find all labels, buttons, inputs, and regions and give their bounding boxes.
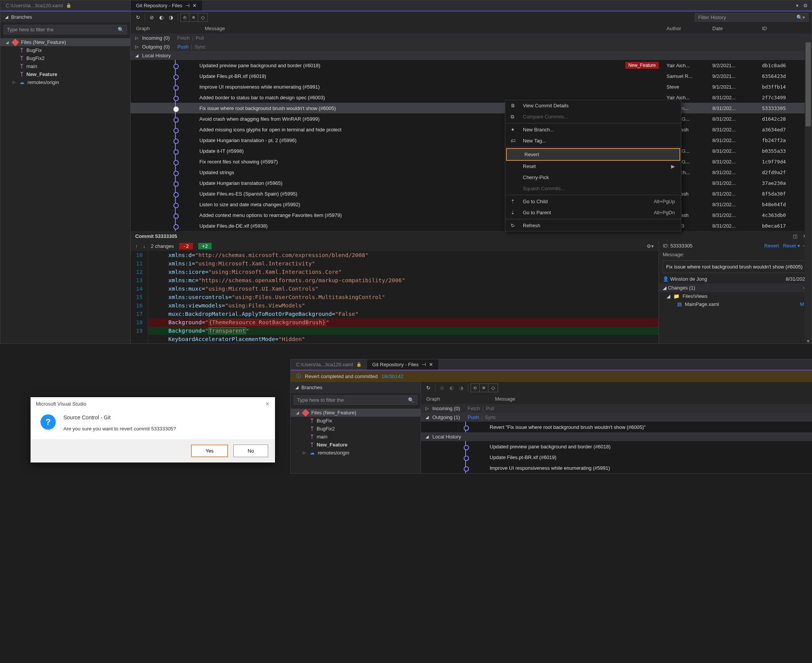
- menu-item-revert[interactable]: Revert: [506, 148, 680, 161]
- commit-row[interactable]: Updated preview pane background and bord…: [421, 441, 812, 452]
- commit-row[interactable]: Avoid crash when dragging files from Win…: [131, 113, 812, 124]
- reset-link[interactable]: Reset ▾: [783, 243, 800, 249]
- sync-link[interactable]: Sync: [485, 414, 496, 420]
- pin-icon[interactable]: ⊣: [185, 3, 189, 8]
- folder-node[interactable]: ◢ 📁 Files\Views: [659, 292, 812, 300]
- list-mode-button[interactable]: ≡: [189, 13, 198, 21]
- branch-item[interactable]: BugFix2: [0, 54, 130, 62]
- prev-change-button[interactable]: ↑: [135, 243, 138, 249]
- filter-history[interactable]: Filter History 🔍▾: [695, 13, 809, 22]
- scroll-thumb[interactable]: [806, 42, 811, 126]
- incoming-section[interactable]: ▷ Incoming (0) Fetch | Pull: [421, 404, 812, 413]
- incoming-section[interactable]: ▷ Incoming (0) Fetch | Pull: [131, 34, 812, 42]
- git-tab[interactable]: Git Repository - Files ⊣ ✕: [131, 0, 202, 11]
- commit-row[interactable]: Listen to size and date meta changes (#5…: [131, 199, 812, 210]
- commit-row[interactable]: Updated stringsYair Aich...8/31/202...d2…: [131, 167, 812, 178]
- branch-item[interactable]: main: [291, 433, 421, 441]
- merge-mode-button[interactable]: ◇: [488, 384, 498, 392]
- commit-row[interactable]: Update Hungarian translation (#5965)nvi9…: [131, 178, 812, 188]
- commit-detail-title: Commit 53333305: [135, 233, 177, 239]
- commit-row[interactable]: Update it-IT (#5998)Marco G...8/31/202..…: [131, 146, 812, 156]
- close-icon[interactable]: ✕: [192, 3, 197, 8]
- branch-item[interactable]: BugFix: [0, 46, 130, 54]
- close-icon[interactable]: ✕: [429, 362, 433, 367]
- fetch-link[interactable]: Fetch: [467, 406, 480, 411]
- branch-item[interactable]: BugFix: [291, 417, 421, 425]
- pull-link[interactable]: Pull: [196, 35, 204, 41]
- local-history-section[interactable]: ◢ Local History: [131, 51, 812, 60]
- commit-row[interactable]: Added border to status bar to match desi…: [131, 92, 812, 103]
- gear-icon[interactable]: ⚙▾: [647, 243, 654, 249]
- refresh-button[interactable]: ↻: [424, 383, 433, 392]
- commit-row[interactable]: Added missing icons glyphs for open in t…: [131, 124, 812, 135]
- branch-root[interactable]: ◢ Files (New_Feature): [291, 409, 421, 417]
- push-link[interactable]: Push: [177, 44, 189, 50]
- gear-icon[interactable]: ⚙: [803, 3, 808, 8]
- refresh-button[interactable]: ↻: [134, 13, 142, 22]
- branches-header[interactable]: ◢ Branches: [0, 11, 130, 23]
- menu-icon: 🏷: [511, 138, 516, 144]
- file-tab[interactable]: C:\Users\ta...3ca120.xaml 🔒: [0, 0, 77, 11]
- push-link[interactable]: Push: [467, 414, 479, 420]
- commit-row[interactable]: Fix issue where root background brush wo…: [131, 103, 812, 113]
- yes-button[interactable]: Yes: [191, 445, 228, 457]
- outgoing-section[interactable]: ◢ Outgoing (1) Push | Sync: [421, 413, 812, 422]
- notification-sha[interactable]: 18c5b142: [382, 374, 403, 379]
- branch-item[interactable]: New_Feature: [291, 441, 421, 449]
- menu-item-cherry-pick[interactable]: Cherry-Pick: [505, 172, 681, 183]
- outgoing-section[interactable]: ▷ Outgoing (0) Push | Sync: [131, 42, 812, 51]
- graph-mode-button[interactable]: ⎋: [181, 13, 189, 21]
- commit-row[interactable]: Revert "Fix issue where root background …: [421, 422, 812, 432]
- chevron-down-icon[interactable]: ▾: [796, 3, 799, 8]
- branch-item[interactable]: New_Feature: [0, 70, 130, 78]
- remotes-node[interactable]: ▷ ☁ remotes/origin: [0, 78, 130, 86]
- file-tab[interactable]: C:\Users\ta...3ca120.xaml 🔒: [291, 359, 367, 370]
- toolbar-btn[interactable]: ◑: [167, 13, 175, 22]
- fetch-link[interactable]: Fetch: [177, 35, 190, 41]
- merge-mode-button[interactable]: ◇: [198, 13, 207, 21]
- menu-item-view-commit-details[interactable]: 🗎View Commit Details: [505, 100, 681, 111]
- commit-row[interactable]: Updated preview pane background and bord…: [131, 60, 812, 71]
- sync-link[interactable]: Sync: [194, 44, 205, 50]
- commit-id: a3634ed7: [762, 127, 812, 133]
- branch-item[interactable]: BugFix2: [291, 425, 421, 433]
- close-icon[interactable]: ✕: [265, 401, 270, 407]
- commit-row[interactable]: Update Files.de-DE.xlf (#5938)R3voA38/31…: [131, 220, 812, 231]
- commit-row[interactable]: Update Hungarian translation - pt. 2 (#5…: [131, 135, 812, 146]
- branch-item[interactable]: main: [0, 62, 130, 70]
- file-node[interactable]: ▤ MainPage.xaml M: [659, 300, 812, 308]
- graph-mode-button[interactable]: ⎋: [471, 384, 480, 392]
- menu-item-go-to-parent[interactable]: ⇣Go to ParentAlt+PgDn: [505, 207, 681, 218]
- revert-link[interactable]: Revert: [764, 243, 779, 249]
- changes-header[interactable]: ◢ Changes (1) ⋯: [659, 283, 812, 292]
- menu-item-new-branch-[interactable]: ✦New Branch...: [505, 124, 681, 135]
- commit-row[interactable]: Update Files.es-ES (Spanish Spain) (#599…: [131, 188, 812, 199]
- commit-row[interactable]: Improve UI responsiveness while enumerat…: [131, 81, 812, 92]
- commit-row[interactable]: Update Files.pt-BR.xlf (#6019): [421, 452, 812, 462]
- branch-root[interactable]: ◢ Files (New_Feature): [0, 38, 130, 46]
- branch-filter[interactable]: Type here to filter the 🔍: [294, 395, 417, 405]
- menu-item-refresh[interactable]: ↻Refresh: [505, 220, 681, 231]
- list-mode-button[interactable]: ≡: [480, 384, 488, 392]
- commit-row[interactable]: Fix recent files not showing (#5997)Marc…: [131, 156, 812, 167]
- commit-row[interactable]: Improve UI responsiveness while enumerat…: [421, 462, 812, 473]
- toolbar-btn[interactable]: ⊘: [147, 13, 156, 22]
- local-history-section[interactable]: ◢ Local History: [421, 432, 812, 441]
- menu-item-new-tag-[interactable]: 🏷New Tag...: [505, 135, 681, 146]
- pull-link[interactable]: Pull: [486, 406, 494, 411]
- split-icon[interactable]: ◫: [793, 233, 797, 239]
- branches-header[interactable]: ◢ Branches: [291, 382, 421, 393]
- menu-item-go-to-child[interactable]: ⇡Go to ChildAlt+PgUp: [505, 196, 681, 207]
- pin-icon[interactable]: ⊣: [422, 362, 426, 367]
- branch-filter[interactable]: Type here to filter the 🔍: [3, 25, 127, 34]
- no-button[interactable]: No: [233, 445, 268, 457]
- toolbar-btn[interactable]: ◐: [157, 13, 166, 22]
- scroll-down-icon[interactable]: ▼: [805, 339, 812, 343]
- remotes-node[interactable]: ▷ ☁ remotes/origin: [291, 449, 421, 457]
- commit-row[interactable]: Update Files.pt-BR.xlf (#6019)Samuel R..…: [131, 71, 812, 81]
- next-change-button[interactable]: ↓: [143, 243, 146, 249]
- menu-item-reset[interactable]: Reset▶: [505, 161, 681, 172]
- commit-row[interactable]: Added context menu options to rearrange …: [131, 210, 812, 220]
- scrollbar[interactable]: ▲ ▼: [805, 42, 812, 343]
- git-tab[interactable]: Git Repository - Files ⊣ ✕: [367, 359, 438, 370]
